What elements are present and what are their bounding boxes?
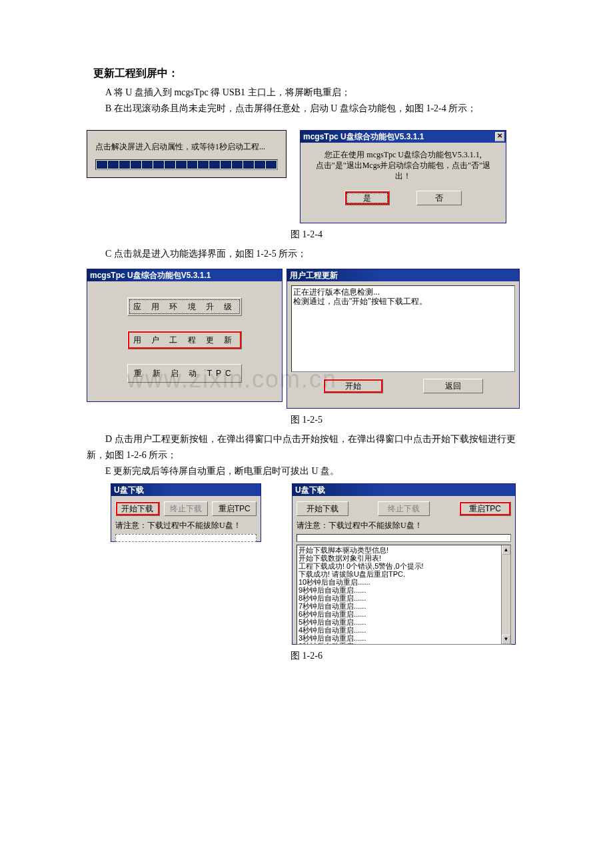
download-log-text: 开始下载脚本驱动类型信息! 开始下载数据对象引用表! 工程下载成功! 0个错误,…	[299, 546, 424, 645]
scrollbar[interactable]: ▲▼	[501, 545, 510, 644]
section-title: 更新工程到屏中：	[93, 67, 526, 81]
confirm-line2: 点击"是"退出Mcgs并启动综合功能包，点击"否"退出！	[308, 160, 498, 181]
step-d: D 点击用户工程更新按钮，在弹出得窗口中点击开始按钮，在弹出得窗口中点击开始下载…	[87, 431, 526, 463]
update-dialog: 用户工程更新 正在进行版本信息检测... 检测通过，点击"开始"按钮下载工程。 …	[287, 269, 520, 409]
user-project-update-button[interactable]: 用 户 工 程 更 新	[127, 331, 242, 349]
start-download-button-b[interactable]: 开始下载	[297, 501, 348, 516]
startup-message: 点击解决屏进入启动属性，或等待1秒启动工程...	[95, 141, 278, 153]
startup-progress	[95, 159, 278, 170]
download-b-title: U盘下载	[294, 485, 514, 496]
close-icon[interactable]: ✕	[495, 132, 504, 141]
step-b: B 在出现滚动条且尚未走完时，点击屏得任意处，启动 U 盘综合功能包，如图 1-…	[87, 101, 526, 117]
step-e: E 更新完成后等待屏自动重启，断电重启时可拔出 U 盘。	[87, 463, 526, 479]
download-note-a: 请注意：下载过程中不能拔除U盘！	[111, 519, 261, 531]
step-a: A 将 U 盘插入到 mcgsTpc 得 USB1 主口上，将屏断电重启；	[87, 85, 526, 101]
figure-caption-125: 图 1-2-5	[87, 414, 526, 426]
download-dialog-b: U盘下载 开始下载 终止下载 重启TPC 请注意：下载过程中不能拔除U盘！ 开始…	[292, 483, 516, 645]
start-download-button[interactable]: 开始下载	[115, 501, 160, 516]
menu-titlebar: mcgsTpc U盘综合功能包V5.3.1.1	[87, 269, 282, 281]
download-progress-a	[115, 534, 257, 542]
env-upgrade-button[interactable]: 应 用 环 境 升 级	[127, 297, 242, 316]
restart-tpc-button[interactable]: 重 新 启 动 TPC	[127, 364, 242, 383]
download-log: 开始下载脚本驱动类型信息! 开始下载数据对象引用表! 工程下载成功! 0个错误,…	[297, 545, 511, 645]
download-a-title: U盘下载	[113, 485, 259, 496]
figure-caption-124: 图 1-2-4	[87, 229, 526, 241]
update-title: 用户工程更新	[289, 270, 518, 281]
no-button[interactable]: 否	[416, 191, 462, 205]
yes-button[interactable]: 是	[344, 191, 390, 205]
restart-tpc-button-a[interactable]: 重启TPC	[212, 501, 257, 516]
startup-panel: 点击解决屏进入启动属性，或等待1秒启动工程...	[87, 130, 287, 178]
confirm-titlebar: mcgsTpc U盘综合功能包V5.3.1.1 ✕	[301, 131, 506, 143]
scroll-up-icon[interactable]: ▲	[502, 545, 510, 555]
download-note-b: 请注意：下载过程中不能拔除U盘！	[293, 519, 515, 531]
start-button[interactable]: 开始	[323, 379, 383, 393]
scroll-down-icon[interactable]: ▼	[502, 635, 510, 644]
stop-download-button[interactable]: 终止下载	[164, 501, 209, 516]
menu-dialog: mcgsTpc U盘综合功能包V5.3.1.1 应 用 环 境 升 级 用 户 …	[87, 269, 283, 402]
download-progress-b	[297, 534, 511, 542]
confirm-line1: 您正在使用 mcgsTpc U盘综合功能包V5.3.1.1,	[308, 149, 498, 160]
stop-download-button-b[interactable]: 终止下载	[378, 501, 430, 516]
menu-title: mcgsTpc U盘综合功能包V5.3.1.1	[89, 270, 281, 281]
update-titlebar: 用户工程更新	[287, 269, 519, 281]
figure-caption-126: 图 1-2-6	[87, 650, 526, 662]
restart-tpc-button-b[interactable]: 重启TPC	[459, 501, 511, 516]
step-c: C 点击就是进入功能选择界面，如图 1-2-5 所示；	[87, 246, 526, 262]
download-dialog-a: U盘下载 开始下载 终止下载 重启TPC 请注意：下载过程中不能拔除U盘！	[111, 483, 261, 542]
update-log: 正在进行版本信息检测... 检测通过，点击"开始"按钮下载工程。	[291, 285, 515, 372]
confirm-title: mcgsTpc U盘综合功能包V5.3.1.1	[302, 131, 495, 143]
download-b-titlebar: U盘下载	[293, 484, 515, 496]
confirm-dialog: mcgsTpc U盘综合功能包V5.3.1.1 ✕ 您正在使用 mcgsTpc …	[300, 130, 506, 223]
back-button[interactable]: 返回	[423, 379, 483, 393]
download-a-titlebar: U盘下载	[111, 484, 261, 496]
